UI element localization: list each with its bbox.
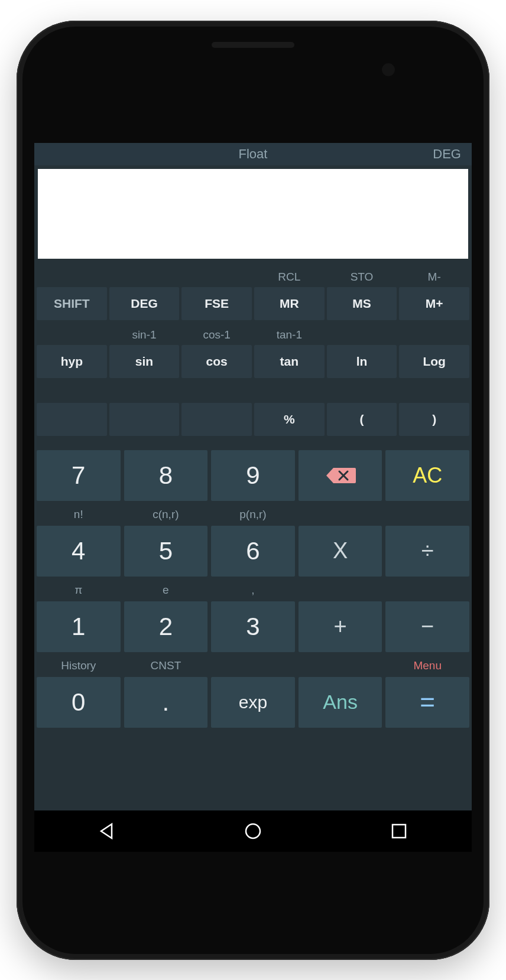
tan-button[interactable]: tan	[254, 345, 325, 378]
digit-7-button[interactable]: 7	[37, 450, 121, 501]
digit-3-button[interactable]: 3	[211, 601, 295, 652]
svg-point-0	[246, 824, 260, 838]
label-rcl: RCL	[254, 271, 325, 285]
digit-4-button[interactable]: 4	[37, 526, 121, 577]
status-bar: Float DEG	[34, 143, 472, 165]
m-plus-button[interactable]: M+	[399, 287, 469, 320]
plus-button[interactable]: +	[299, 601, 382, 652]
label-cnst: CNST	[124, 659, 208, 673]
status-angle: DEG	[433, 146, 461, 162]
keypad-r3-labels: π e ,	[34, 584, 472, 598]
paren-open-button[interactable]: (	[327, 403, 397, 436]
exp-button[interactable]: exp	[211, 677, 295, 728]
hyp-button[interactable]: hyp	[37, 345, 107, 378]
percent-button[interactable]: %	[254, 403, 325, 436]
divide-button[interactable]: ÷	[385, 526, 469, 577]
label-npr: p(n,r)	[211, 508, 295, 522]
status-mode: Float	[34, 146, 472, 162]
paren-close-button[interactable]: )	[399, 403, 469, 436]
blank-button-3[interactable]	[181, 403, 252, 436]
ln-button[interactable]: ln	[327, 345, 397, 378]
keypad-r2-labels: n! c(n,r) p(n,r)	[34, 508, 472, 522]
nav-home-button[interactable]	[242, 821, 264, 842]
multiply-button[interactable]: X	[299, 526, 382, 577]
label-menu: Menu	[385, 659, 469, 673]
minus-button[interactable]: −	[385, 601, 469, 652]
sin-button[interactable]: sin	[109, 345, 180, 378]
blank-button-2[interactable]	[109, 403, 180, 436]
label-e: e	[124, 584, 208, 598]
fse-button[interactable]: FSE	[181, 287, 252, 320]
equals-button[interactable]: =	[385, 677, 469, 728]
nav-back-button[interactable]	[96, 821, 118, 842]
cos-button[interactable]: cos	[181, 345, 252, 378]
label-history: History	[37, 659, 121, 673]
mr-button[interactable]: MR	[254, 287, 325, 320]
label-pi: π	[37, 584, 121, 598]
digit-0-button[interactable]: 0	[37, 677, 121, 728]
blank-button-1[interactable]	[37, 403, 107, 436]
backspace-icon	[325, 465, 356, 486]
label-factorial: n!	[37, 508, 121, 522]
keypad-r4-labels: History CNST Menu	[34, 659, 472, 673]
svg-rect-1	[393, 825, 406, 838]
label-atan: tan-1	[254, 328, 325, 343]
label-m-minus: M-	[399, 271, 469, 285]
label-asin: sin-1	[109, 328, 180, 343]
ans-button[interactable]: Ans	[299, 677, 382, 728]
row1-secondary-labels: RCL STO M-	[34, 271, 472, 285]
row3-secondary-labels	[34, 386, 472, 401]
ms-button[interactable]: MS	[327, 287, 397, 320]
ac-button[interactable]: AC	[385, 450, 469, 501]
digit-6-button[interactable]: 6	[211, 526, 295, 577]
nav-recent-button[interactable]	[388, 821, 410, 842]
recent-square-icon	[388, 821, 410, 842]
label-comma: ,	[211, 584, 295, 598]
log-button[interactable]: Log	[399, 345, 469, 378]
android-navbar	[34, 810, 472, 852]
backspace-button[interactable]	[299, 450, 382, 501]
shift-button[interactable]: SHIFT	[37, 287, 107, 320]
phone-frame: Float DEG RCL STO M- SHIFT DEG FSE MR MS…	[17, 21, 489, 960]
home-circle-icon	[242, 821, 264, 842]
digit-2-button[interactable]: 2	[124, 601, 208, 652]
decimal-button[interactable]: .	[124, 677, 208, 728]
back-triangle-icon	[96, 821, 118, 842]
digit-8-button[interactable]: 8	[124, 450, 208, 501]
deg-button[interactable]: DEG	[109, 287, 180, 320]
label-ncr: c(n,r)	[124, 508, 208, 522]
row2-secondary-labels: sin-1 cos-1 tan-1	[34, 328, 472, 343]
label-acos: cos-1	[181, 328, 252, 343]
digit-1-button[interactable]: 1	[37, 601, 121, 652]
digit-5-button[interactable]: 5	[124, 526, 208, 577]
app-screen: Float DEG RCL STO M- SHIFT DEG FSE MR MS…	[34, 143, 472, 852]
calculator-display[interactable]	[38, 169, 468, 259]
label-sto: STO	[327, 271, 397, 285]
digit-9-button[interactable]: 9	[211, 450, 295, 501]
